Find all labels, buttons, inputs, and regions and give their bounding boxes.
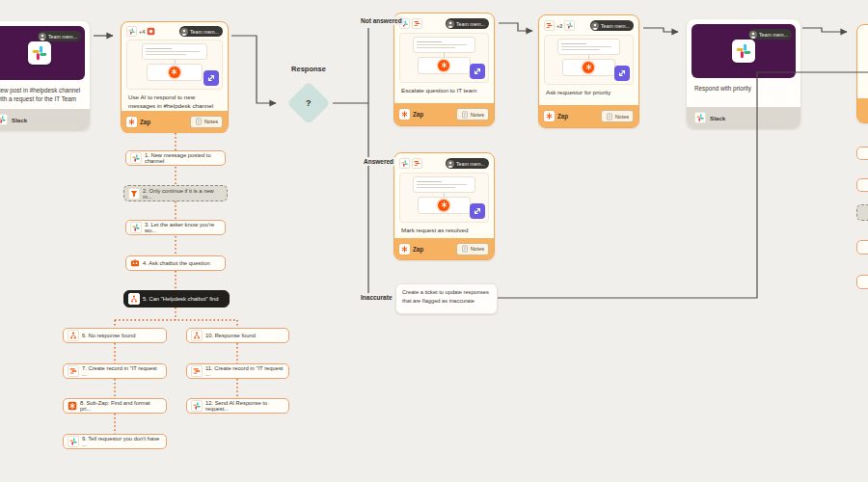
zap-footer-label: Zap: [557, 113, 568, 120]
card-footer: Zap Notes: [394, 103, 494, 125]
step-label: 12. Send AI Response to request...: [205, 400, 285, 412]
expand-button[interactable]: [614, 66, 630, 81]
card-footer: Slack: [0, 109, 90, 130]
team-members-badge[interactable]: Team mem...: [38, 31, 81, 41]
expand-button[interactable]: [470, 64, 485, 79]
zap-footer-label: Zap: [413, 111, 423, 118]
zap-footer-label: Zap: [140, 119, 150, 125]
step-label: 10. Response found: [205, 333, 256, 338]
team-members-badge[interactable]: Team mem...: [590, 20, 634, 31]
expand-icon: [617, 68, 627, 78]
zap-card-ask-priority[interactable]: +2 Team mem... Ask requestor for priorit…: [538, 14, 639, 128]
note-icon: [461, 111, 469, 119]
partial-step-pill[interactable]: [856, 240, 868, 254]
branch-label-answered: Answered: [362, 157, 395, 166]
step-12[interactable]: 12. Send AI Response to request...: [186, 398, 289, 414]
card-title: Escalate question to IT team: [394, 87, 494, 103]
paths-icon: [191, 330, 203, 341]
extra-apps-count: +4: [139, 29, 145, 35]
expand-button[interactable]: [203, 70, 219, 86]
avatar-icon: [39, 33, 46, 40]
avatar-icon: [447, 160, 454, 168]
badge-label: Team mem...: [48, 34, 77, 40]
team-members-badge[interactable]: Team mem...: [748, 29, 792, 40]
zap-preview: [399, 33, 489, 83]
notes-button[interactable]: Notes: [456, 243, 489, 255]
slack-trigger-card[interactable]: Team mem... New post in #helpdesk channe…: [0, 21, 90, 130]
step-7[interactable]: 7. Create record in "IT request ...: [63, 363, 167, 379]
step-8[interactable]: 8. Sub-Zap: Find and format pri...: [63, 398, 167, 414]
zap-preview: [544, 35, 634, 85]
card-title: Ask requestor for priority: [539, 89, 638, 105]
step-4[interactable]: 4. Ask chatbot the question: [125, 255, 226, 271]
zapier-node-icon: [438, 200, 449, 211]
card-footer: [857, 98, 868, 122]
tables-mini-icon: [68, 365, 79, 377]
app-label: Slack: [12, 117, 27, 123]
notes-label: Notes: [615, 114, 629, 120]
step-11[interactable]: 11. Create record in "IT request ...: [186, 363, 289, 379]
zapier-icon: [399, 244, 410, 254]
tables-mini-icon: [412, 158, 422, 169]
step-label: 6. No response found: [82, 333, 135, 338]
app-label: Slack: [710, 115, 725, 121]
badge-label: Team mem...: [456, 21, 485, 27]
tables-mini-icon: [544, 20, 555, 31]
card-header: +2 Team mem...: [539, 15, 638, 34]
step-1[interactable]: 1. New message posted to channel: [125, 150, 226, 166]
app-mini-icon: [147, 27, 155, 36]
notes-button[interactable]: Notes: [601, 110, 634, 122]
zap-card-mark-resolved[interactable]: Team mem... Mark request as resolved Zap…: [393, 152, 495, 260]
notes-label: Notes: [204, 119, 218, 124]
slack-mini-icon: [191, 400, 203, 412]
partial-step-pill[interactable]: [856, 204, 868, 221]
card-header: +4 Team mem...: [122, 22, 228, 39]
inaccurate-note-box[interactable]: Create a ticket to update responses that…: [395, 283, 498, 314]
partial-step-pill[interactable]: [856, 178, 868, 192]
partial-step-pill[interactable]: [856, 147, 868, 160]
team-members-badge[interactable]: Team mem...: [446, 18, 489, 29]
step-5[interactable]: 5. Can "Helpdesk chatbot" find: [123, 290, 230, 308]
zapier-node-icon: [583, 62, 594, 73]
paths-icon: [128, 293, 140, 305]
step-3[interactable]: 3. Let the asker know you're wo...: [125, 220, 226, 235]
notes-button[interactable]: Notes: [456, 108, 489, 120]
step-10[interactable]: 10. Response found: [186, 328, 289, 343]
zap-card-escalate[interactable]: Team mem... Escalate question to IT team…: [393, 13, 495, 126]
badge-label: Team mem...: [456, 161, 485, 167]
slack-mini-icon: [130, 222, 142, 233]
expand-icon: [473, 206, 482, 216]
slack-mini-icon: [130, 152, 142, 164]
tables-mini-icon: [191, 365, 203, 377]
badge-label: Team mem...: [759, 32, 788, 38]
zap-footer-label: Zap: [413, 246, 423, 253]
zap-card-partial-right[interactable]: [856, 24, 868, 123]
extra-apps-count: +2: [556, 23, 562, 29]
workflow-canvas[interactable]: Team mem... New post in #helpdesk channe…: [0, 0, 868, 482]
badge-label: Team mem...: [601, 23, 630, 29]
decision-diamond[interactable]: ?: [286, 81, 330, 124]
step-9[interactable]: 9. Tell requestor you don't have ...: [63, 434, 167, 449]
note-text: Create a ticket to update responses that…: [402, 289, 489, 304]
step-2[interactable]: 2. Only continue if it is a new m...: [123, 185, 228, 201]
slack-card-respond-priority[interactable]: Team mem... Respond with priority Slack: [687, 19, 800, 128]
zapier-icon: [544, 111, 555, 121]
zap-card-use-ai[interactable]: +4 Team mem... Use AI to respond to new …: [121, 21, 229, 132]
step-label: 1. New message posted to channel: [145, 152, 221, 164]
notes-button[interactable]: Notes: [190, 116, 223, 128]
partial-step-pill[interactable]: [856, 275, 868, 289]
card-title: Use AI to respond to new messages in #he…: [122, 94, 228, 111]
step-6[interactable]: 6. No response found: [63, 328, 167, 343]
slack-mini-icon: [399, 158, 410, 169]
chatbot-icon: [130, 258, 140, 268]
notes-label: Notes: [471, 246, 484, 252]
zap-node-box: [418, 197, 471, 214]
expand-button[interactable]: [470, 203, 485, 219]
step-label: 4. Ask chatbot the question: [143, 260, 210, 266]
zap-node-box: [147, 64, 203, 81]
slack-logo-icon: [28, 41, 51, 65]
badge-label: Team mem...: [190, 29, 219, 35]
team-members-badge[interactable]: Team mem...: [179, 26, 223, 37]
team-members-badge[interactable]: Team mem...: [446, 158, 489, 169]
card-footer: Zap Notes: [394, 238, 494, 259]
